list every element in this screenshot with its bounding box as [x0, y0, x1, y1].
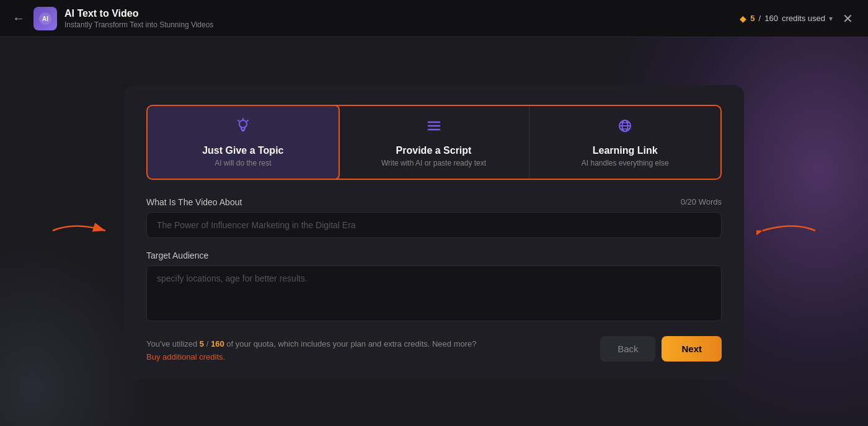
app-title: AI Text to Video	[64, 8, 213, 19]
tab-script-subtitle: Write with AI or paste ready text	[381, 159, 486, 167]
svg-line-8	[247, 120, 248, 122]
video-about-input[interactable]	[146, 212, 722, 238]
back-button[interactable]: ←	[12, 11, 25, 25]
left-arrow-annotation	[50, 218, 112, 246]
header-right: ◆ 5 / 160 credits used ▾ ✕	[740, 9, 856, 29]
video-about-label: What Is The Video About	[146, 197, 242, 207]
target-audience-input[interactable]	[146, 265, 722, 321]
footer-row: You've utilized 5 / 160 of your quota, w…	[146, 336, 722, 362]
tab-script-title: Provide a Script	[396, 145, 472, 156]
lightbulb-icon	[234, 117, 252, 139]
right-arrow-annotation	[756, 218, 818, 246]
svg-line-7	[238, 120, 239, 122]
quota-used: 5	[200, 339, 204, 348]
diamond-icon: ◆	[740, 14, 746, 24]
header: ← AI AI Text to Video Instantly Transfor…	[0, 0, 868, 37]
credits-used: 5	[750, 14, 755, 23]
main-content: Just Give a Topic AI will do the rest Pr…	[0, 37, 868, 426]
quota-text-2: of your quota, which includes your plan …	[226, 339, 476, 348]
footer-buttons: Back Next	[600, 336, 722, 362]
buy-credits-link[interactable]: Buy additional credits.	[146, 352, 477, 362]
credits-total: 160	[764, 14, 778, 23]
tab-topic-subtitle: AI will do the rest	[215, 159, 271, 167]
video-about-header: What Is The Video About 0/20 Words	[146, 197, 722, 207]
tab-link-title: Learning Link	[593, 145, 658, 156]
target-audience-label: Target Audience	[146, 251, 208, 260]
quota-text-1: You've utilized 5 / 160 of your quota, w…	[146, 339, 477, 348]
header-title-block: AI Text to Video Instantly Transform Tex…	[64, 8, 213, 29]
tab-link[interactable]: Learning Link AI handles everything else	[529, 106, 720, 179]
video-about-counter: 0/20 Words	[681, 197, 722, 206]
script-icon	[425, 117, 443, 139]
quota-total: 160	[211, 339, 224, 348]
back-button-footer[interactable]: Back	[600, 336, 655, 362]
quota-info: You've utilized 5 / 160 of your quota, w…	[146, 338, 477, 362]
svg-point-4	[239, 120, 247, 128]
credits-badge[interactable]: ◆ 5 / 160 credits used ▾	[740, 14, 833, 24]
tab-script[interactable]: Provide a Script Write with AI or paste …	[339, 106, 530, 179]
tab-topic-title: Just Give a Topic	[202, 145, 283, 156]
target-audience-header: Target Audience	[146, 251, 722, 260]
app-logo: AI	[33, 7, 57, 30]
chevron-down-icon: ▾	[829, 14, 833, 23]
tab-topic[interactable]: Just Give a Topic AI will do the rest	[146, 105, 340, 180]
mode-tabs: Just Give a Topic AI will do the rest Pr…	[146, 105, 722, 180]
credits-slash: /	[759, 14, 761, 23]
close-button[interactable]: ✕	[840, 9, 856, 29]
svg-text:AI: AI	[42, 16, 48, 22]
app-subtitle: Instantly Transform Text into Stunning V…	[64, 20, 213, 29]
globe-icon	[616, 117, 634, 139]
main-card: Just Give a Topic AI will do the rest Pr…	[124, 85, 744, 379]
credits-label: credits used	[782, 14, 825, 23]
tab-link-subtitle: AI handles everything else	[582, 159, 669, 167]
next-button[interactable]: Next	[662, 336, 722, 362]
